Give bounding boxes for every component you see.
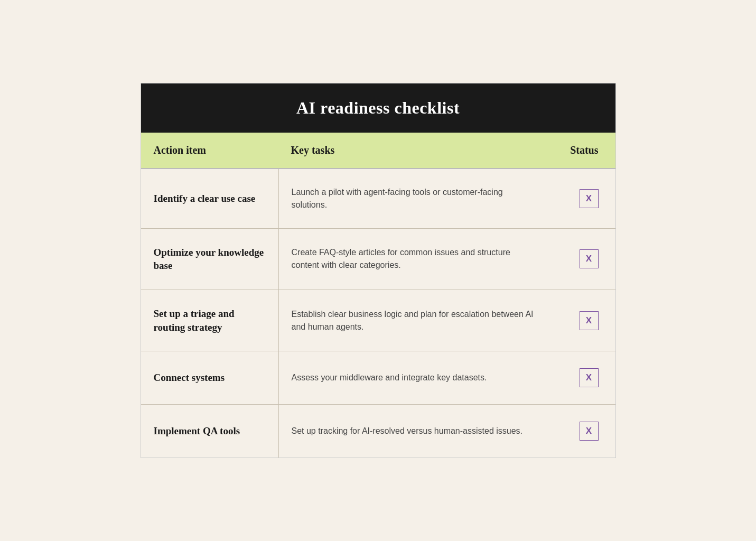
action-item-5: Implement QA tools: [141, 405, 278, 458]
table-row: Connect systems Assess your middleware a…: [141, 351, 615, 405]
status-box-2: X: [580, 249, 599, 268]
checklist-table: AI readiness checklist Action item Key t…: [141, 83, 616, 459]
action-item-2: Optimize your knowledge base: [141, 229, 278, 290]
table-row: Implement QA tools Set up tracking for A…: [141, 405, 615, 458]
status-box-4: X: [580, 368, 599, 387]
key-tasks-3: Establish clear business logic and plan …: [278, 290, 547, 351]
action-item-4: Connect systems: [141, 351, 278, 404]
key-tasks-4: Assess your middleware and integrate key…: [278, 351, 547, 404]
status-box-5: X: [580, 422, 599, 441]
table-body: Identify a clear use case Launch a pilot…: [141, 169, 615, 458]
action-item-3: Set up a triage and routing strategy: [141, 290, 278, 351]
table-row: Identify a clear use case Launch a pilot…: [141, 169, 615, 229]
key-tasks-5: Set up tracking for AI-resolved versus h…: [278, 405, 547, 458]
status-cell-4: X: [547, 351, 615, 404]
col-header-status: Status: [547, 133, 615, 168]
status-box-3: X: [580, 311, 599, 330]
column-headers: Action item Key tasks Status: [141, 133, 615, 169]
status-cell-5: X: [547, 405, 615, 458]
action-item-1: Identify a clear use case: [141, 169, 278, 228]
status-cell-3: X: [547, 290, 615, 351]
col-header-action-item: Action item: [141, 133, 278, 168]
key-tasks-2: Create FAQ-style articles for common iss…: [278, 229, 547, 290]
table-row: Set up a triage and routing strategy Est…: [141, 290, 615, 351]
col-header-key-tasks: Key tasks: [278, 133, 547, 168]
key-tasks-1: Launch a pilot with agent-facing tools o…: [278, 169, 547, 228]
table-row: Optimize your knowledge base Create FAQ-…: [141, 229, 615, 290]
table-title: AI readiness checklist: [141, 83, 615, 133]
status-cell-1: X: [547, 169, 615, 228]
status-cell-2: X: [547, 229, 615, 290]
status-box-1: X: [580, 189, 599, 208]
